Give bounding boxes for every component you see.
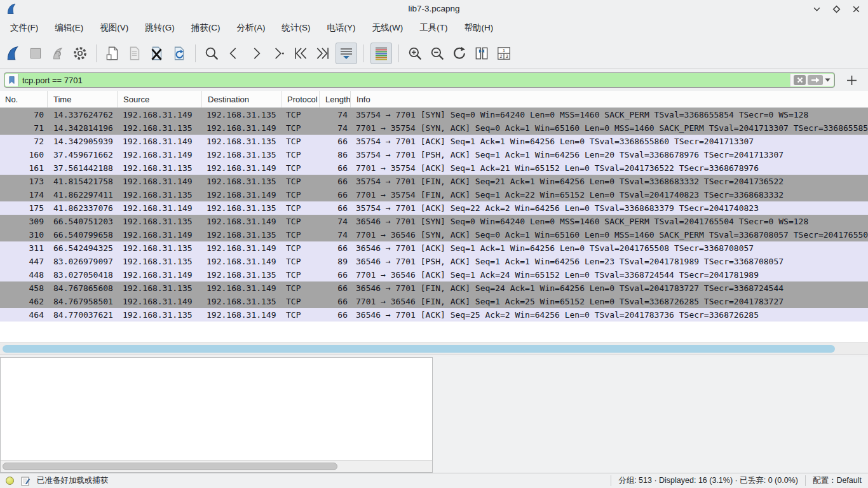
reload-file-button[interactable] bbox=[170, 44, 189, 63]
details-hscrollbar[interactable] bbox=[1, 460, 432, 472]
packet-row[interactable]: 310 66.540799658 192.168.31.149 192.168.… bbox=[0, 228, 868, 241]
cell-destination: 192.168.31.135 bbox=[202, 148, 281, 161]
zoom-in-button[interactable] bbox=[405, 44, 424, 63]
details-hscrollbar-thumb[interactable] bbox=[3, 463, 337, 470]
packet-row[interactable]: 464 84.770037621 192.168.31.135 192.168.… bbox=[0, 308, 868, 322]
find-packet-button[interactable] bbox=[202, 44, 221, 63]
cell-length: 66 bbox=[320, 308, 351, 322]
go-to-packet-button[interactable] bbox=[269, 44, 288, 63]
capture-options-button[interactable] bbox=[71, 44, 90, 63]
bookmark-icon[interactable] bbox=[5, 74, 18, 86]
status-bar: 已准备好加载或捕获 分组: 513 · Displayed: 16 (3.1%)… bbox=[0, 473, 868, 488]
menu-statistics[interactable]: 统计(S) bbox=[274, 19, 319, 37]
cell-protocol: TCP bbox=[281, 241, 320, 255]
packet-list-body: 70 14.337624762 192.168.31.149 192.168.3… bbox=[0, 108, 868, 322]
column-header-info[interactable]: Info bbox=[351, 91, 868, 107]
packet-row[interactable]: 462 84.767958501 192.168.31.149 192.168.… bbox=[0, 295, 868, 308]
packet-row[interactable]: 448 83.027050418 192.168.31.149 192.168.… bbox=[0, 268, 868, 281]
menu-tools[interactable]: 工具(T) bbox=[411, 19, 456, 37]
add-filter-button[interactable] bbox=[844, 72, 859, 88]
cell-time: 83.026979097 bbox=[48, 255, 118, 268]
menu-file[interactable]: 文件(F) bbox=[2, 19, 46, 37]
cell-destination: 192.168.31.135 bbox=[202, 228, 281, 241]
window-title: lib7-3.pcapng bbox=[0, 0, 868, 18]
cell-source: 192.168.31.135 bbox=[118, 188, 202, 201]
maximize-button[interactable] bbox=[829, 2, 843, 16]
toolbar-separator bbox=[398, 44, 399, 62]
column-header-source[interactable]: Source bbox=[118, 91, 202, 107]
column-header-no[interactable]: No. bbox=[0, 91, 48, 107]
stop-capture-button[interactable] bbox=[26, 44, 45, 63]
menu-help[interactable]: 帮助(H) bbox=[456, 19, 501, 37]
packet-row[interactable]: 71 14.342814196 192.168.31.135 192.168.3… bbox=[0, 121, 868, 135]
cell-source: 192.168.31.149 bbox=[118, 295, 202, 308]
packet-list-hscrollbar[interactable] bbox=[0, 342, 868, 355]
packet-row[interactable]: 311 66.542494325 192.168.31.135 192.168.… bbox=[0, 241, 868, 255]
menu-edit[interactable]: 编辑(E) bbox=[46, 19, 92, 37]
cell-protocol: TCP bbox=[281, 228, 320, 241]
resize-columns-button[interactable] bbox=[472, 44, 491, 63]
auto-scroll-toggle[interactable] bbox=[336, 43, 357, 64]
zoom-out-icon bbox=[429, 45, 445, 62]
packet-row[interactable]: 458 84.767865608 192.168.31.135 192.168.… bbox=[0, 281, 868, 295]
go-to-packet-icon bbox=[270, 45, 287, 62]
cell-info: 7701 → 35754 [ACK] Seq=1 Ack=21 Win=6515… bbox=[351, 161, 868, 175]
first-packet-button[interactable] bbox=[291, 44, 310, 63]
packet-list-hscrollbar-thumb[interactable] bbox=[3, 345, 835, 353]
packet-row[interactable]: 309 66.540751203 192.168.31.135 192.168.… bbox=[0, 215, 868, 228]
packet-row[interactable]: 160 37.459671662 192.168.31.149 192.168.… bbox=[0, 148, 868, 161]
minimize-button[interactable] bbox=[810, 2, 824, 16]
filter-apply-button[interactable] bbox=[808, 75, 823, 85]
menu-capture[interactable]: 捕获(C) bbox=[183, 19, 229, 37]
capture-comment-icon[interactable] bbox=[20, 476, 31, 486]
status-bar-right: 分组: 513 · Displayed: 16 (3.1%) · 已丢弃: 0 … bbox=[604, 475, 868, 486]
cell-length: 66 bbox=[320, 135, 351, 148]
packet-row[interactable]: 70 14.337624762 192.168.31.149 192.168.3… bbox=[0, 108, 868, 121]
close-button[interactable] bbox=[849, 2, 863, 16]
next-packet-button[interactable] bbox=[247, 44, 266, 63]
cell-protocol: TCP bbox=[281, 281, 320, 295]
packet-stats-text: 分组: 513 · Displayed: 16 (3.1%) · 已丢弃: 0 … bbox=[618, 475, 798, 486]
profile-selector[interactable]: 配置：Default bbox=[813, 475, 862, 486]
packet-row[interactable]: 447 83.026979097 192.168.31.135 192.168.… bbox=[0, 255, 868, 268]
colorize-toggle[interactable] bbox=[370, 43, 392, 64]
cell-length: 66 bbox=[320, 281, 351, 295]
layout-columns-button[interactable]: 123 bbox=[494, 44, 513, 63]
filter-clear-button[interactable] bbox=[794, 75, 806, 85]
menu-wireless[interactable]: 无线(W) bbox=[364, 19, 412, 37]
menu-view[interactable]: 视图(V) bbox=[92, 19, 137, 37]
packet-bytes-pane bbox=[433, 357, 868, 473]
menu-analyze[interactable]: 分析(A) bbox=[229, 19, 274, 37]
column-header-destination[interactable]: Destination bbox=[202, 91, 281, 107]
cell-time: 84.770037621 bbox=[48, 308, 118, 322]
column-header-length[interactable]: Length bbox=[320, 91, 351, 107]
last-packet-button[interactable] bbox=[313, 44, 332, 63]
main-toolbar: 123 bbox=[0, 38, 868, 69]
display-filter-input[interactable]: tcp.port == 7701 bbox=[4, 72, 835, 88]
start-capture-button[interactable] bbox=[4, 44, 23, 63]
zoom-original-button[interactable] bbox=[450, 44, 469, 63]
cell-time: 14.342905939 bbox=[48, 135, 118, 148]
filter-dropdown-caret[interactable] bbox=[825, 78, 831, 82]
packet-row[interactable]: 72 14.342905939 192.168.31.149 192.168.3… bbox=[0, 135, 868, 148]
packet-row[interactable]: 174 41.862297411 192.168.31.135 192.168.… bbox=[0, 188, 868, 201]
column-header-protocol[interactable]: Protocol bbox=[281, 91, 320, 107]
cell-no: 311 bbox=[0, 241, 48, 255]
open-file-button[interactable] bbox=[103, 44, 122, 63]
save-file-button[interactable] bbox=[125, 44, 144, 63]
menu-telephony[interactable]: 电话(Y) bbox=[319, 19, 364, 37]
next-packet-icon bbox=[248, 45, 264, 62]
packet-row[interactable]: 175 41.862337076 192.168.31.149 192.168.… bbox=[0, 201, 868, 215]
packet-row[interactable]: 161 37.561442188 192.168.31.135 192.168.… bbox=[0, 161, 868, 175]
menu-go[interactable]: 跳转(G) bbox=[137, 19, 183, 37]
close-file-button[interactable] bbox=[147, 44, 166, 63]
restart-capture-button[interactable] bbox=[48, 44, 67, 63]
cell-destination: 192.168.31.135 bbox=[202, 201, 281, 215]
cell-source: 192.168.31.149 bbox=[118, 228, 202, 241]
zoom-out-button[interactable] bbox=[428, 44, 447, 63]
column-header-time[interactable]: Time bbox=[48, 91, 118, 107]
expert-info-icon[interactable] bbox=[6, 477, 14, 485]
packet-row[interactable]: 173 41.815421758 192.168.31.149 192.168.… bbox=[0, 175, 868, 188]
previous-packet-button[interactable] bbox=[224, 44, 243, 63]
cell-time: 41.862297411 bbox=[48, 188, 118, 201]
